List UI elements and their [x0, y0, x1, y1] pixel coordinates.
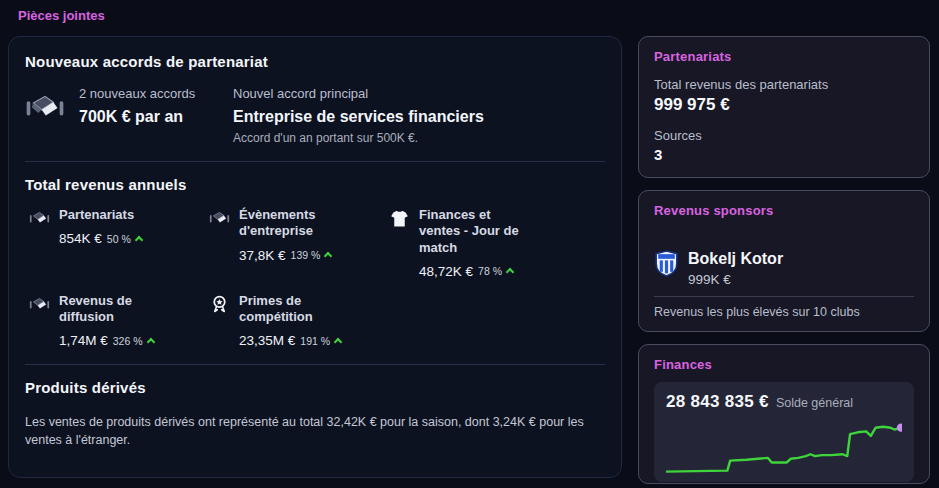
revenue-item-value: 48,72K € [419, 264, 473, 279]
new-deals-count-value: 700K € par an [79, 108, 219, 126]
revenue-item-diffusion: Revenus de diffusion 1,74M € 326 % [25, 293, 205, 349]
principal-deal-note: Accord d'un an portant sur 500K €. [233, 131, 605, 145]
trend-up-icon [334, 338, 342, 346]
partnerships-sources-label: Sources [654, 128, 914, 143]
merchandise-title: Produits dérivés [25, 379, 605, 396]
finance-balance-card: 28 843 835 € Solde général [654, 382, 914, 482]
sponsor-club-value: 999K € [688, 272, 783, 287]
finance-balance-label: Solde général [776, 396, 853, 410]
sponsors-panel[interactable]: Revenus sponsors Bokelj Kotor 999K € Rev… [638, 190, 930, 332]
revenue-item-percent: 139 % [291, 249, 321, 261]
sponsor-club-name: Bokelj Kotor [688, 250, 783, 268]
revenue-item-percent: 326 % [113, 335, 143, 347]
club-badge-icon [654, 250, 679, 277]
merchandise-text: Les ventes de produits dérivés ont repré… [25, 414, 605, 449]
revenue-item-partenariats: Partenariats 854K € 50 % [25, 207, 205, 279]
revenue-item-evenements: Évènements d'entreprise 37,8K € 139 % [205, 207, 385, 279]
revenue-item-percent: 78 % [478, 265, 502, 277]
revenue-item-value: 23,35M € [239, 333, 295, 348]
tshirt-icon [389, 208, 410, 229]
trend-up-icon [134, 236, 142, 244]
finance-chart-line [666, 427, 901, 472]
revenue-item-label: Primes de compétition [239, 293, 341, 326]
handshake-icon [29, 208, 50, 229]
new-deals-title: Nouveaux accords de partenariat [25, 53, 605, 70]
finance-balance-chart [666, 414, 902, 478]
revenue-item-primes: Primes de compétition 23,35M € 191 % [205, 293, 385, 349]
trend-up-icon [324, 252, 332, 260]
new-deals-count-label: 2 nouveaux accords [79, 86, 219, 101]
partnerships-total-label: Total revenus des partenariats [654, 77, 914, 92]
revenue-item-percent: 50 % [107, 233, 131, 245]
handshake-icon [209, 208, 230, 229]
partnerships-panel-title: Partenariats [654, 49, 914, 64]
new-deals-count-block: 2 nouveaux accords 700K € par an [79, 86, 219, 145]
sponsors-note: Revenus les plus élevés sur 10 clubs [654, 305, 914, 319]
new-deals-row: 2 nouveaux accords 700K € par an Nouvel … [25, 86, 605, 145]
revenue-item-label: Revenus de diffusion [59, 293, 161, 326]
handshake-icon [29, 294, 50, 315]
finance-chart-marker [897, 424, 902, 432]
trend-up-icon [506, 268, 514, 276]
finances-panel[interactable]: Finances 28 843 835 € Solde général [638, 344, 930, 484]
revenue-item-label: Évènements d'entreprise [239, 207, 341, 240]
annual-revenue-grid: Partenariats 854K € 50 % Évènements d'en… [25, 207, 605, 348]
annual-revenue-title: Total revenus annuels [25, 176, 605, 193]
principal-deal-block: Nouvel accord principal Entreprise de se… [233, 86, 605, 145]
handshake-icon [25, 88, 65, 128]
page-title: Pièces jointes [18, 8, 105, 23]
attachments-panel: Nouveaux accords de partenariat 2 nouvea… [8, 36, 622, 478]
divider [654, 296, 914, 297]
divider [25, 364, 605, 365]
medal-icon [209, 294, 230, 315]
principal-deal-value: Entreprise de services financiers [233, 108, 605, 126]
sponsor-club-row: Bokelj Kotor 999K € [654, 250, 914, 287]
revenue-item-jour-de-match: Finances et ventes - Jour de match 48,72… [385, 207, 605, 279]
partnerships-total-value: 999 975 € [654, 95, 914, 115]
revenue-item-label: Finances et ventes - Jour de match [419, 207, 521, 256]
revenue-item-value: 1,74M € [59, 333, 108, 348]
sponsors-panel-title: Revenus sponsors [654, 203, 914, 218]
trend-up-icon [146, 338, 154, 346]
partnerships-panel[interactable]: Partenariats Total revenus des partenari… [638, 36, 930, 178]
side-column: Partenariats Total revenus des partenari… [638, 36, 930, 484]
revenue-item-value: 37,8K € [239, 248, 286, 263]
revenue-item-percent: 191 % [300, 335, 330, 347]
principal-deal-label: Nouvel accord principal [233, 86, 605, 101]
finance-balance-value: 28 843 835 € [666, 392, 769, 412]
revenue-item-label: Partenariats [59, 207, 142, 223]
finances-panel-title: Finances [654, 357, 914, 372]
divider [25, 161, 605, 162]
partnerships-sources-value: 3 [654, 146, 914, 163]
revenue-item-value: 854K € [59, 231, 102, 246]
